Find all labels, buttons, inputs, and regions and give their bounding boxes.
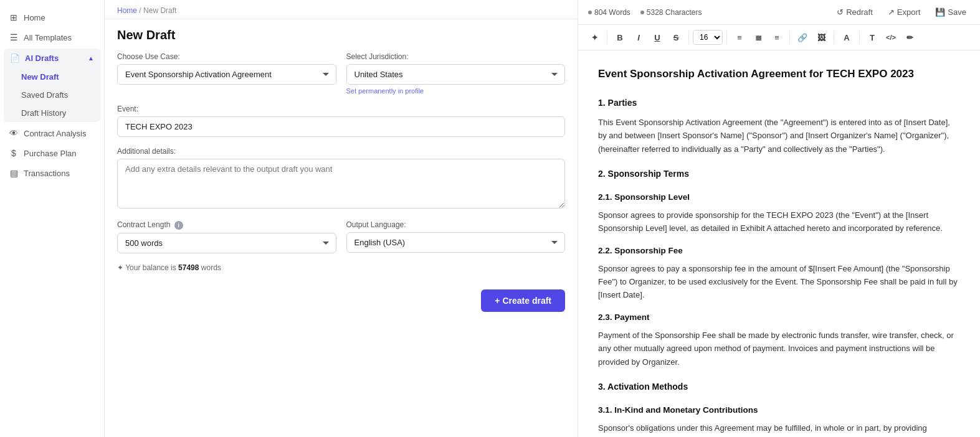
image-btn[interactable]: 🖼 [812, 29, 830, 46]
eye-icon: 👁 [9, 128, 19, 138]
additional-details-label: Additional details: [117, 147, 565, 156]
redraft-button[interactable]: ↺ Redraft [833, 5, 877, 19]
sidebar-ai-drafts-section: 📄 AI Drafts ▲ New Draft Saved Drafts Dra… [4, 49, 100, 122]
contract-length-label: Contract Length i [117, 220, 336, 230]
section-2-1-heading: 2.1. Sponsorship Level [598, 190, 960, 205]
length-language-row: Contract Length i 500 words Output Langu… [117, 220, 565, 253]
use-case-col: Choose Use Case: Event Sponsorship Activ… [117, 52, 336, 95]
sidebar-transactions-label: Transactions [24, 169, 70, 178]
use-case-jurisdiction-row: Choose Use Case: Event Sponsorship Activ… [117, 52, 565, 95]
output-language-select[interactable]: English (USA) [346, 232, 566, 253]
jurisdiction-col: Select Jurisdiction: United States Set p… [346, 52, 566, 95]
jurisdiction-select[interactable]: United States [346, 64, 566, 85]
form-area: Choose Use Case: Event Sponsorship Activ… [105, 52, 578, 324]
export-button[interactable]: ↗ Export [884, 5, 925, 19]
sidebar-item-new-draft[interactable]: New Draft [4, 68, 100, 86]
text-style-btn[interactable]: T [863, 29, 881, 46]
word-count-dot [588, 11, 592, 14]
sidebar: ⊞ Home ☰ All Templates 📄 AI Drafts ▲ New… [0, 0, 105, 437]
event-field-container: Event: [117, 105, 565, 137]
char-count-label: 5328 Characters [647, 8, 702, 17]
word-count-stat: 804 Words [588, 8, 630, 17]
dollar-icon: $ [9, 148, 19, 158]
section-1-heading: 1. Parties [598, 96, 960, 111]
toolbar-divider-3 [726, 31, 727, 44]
contract-length-select[interactable]: 500 words [117, 233, 336, 253]
font-size-select[interactable]: 16 12 14 18 24 [693, 30, 723, 45]
breadcrumb-home[interactable]: Home [117, 6, 137, 15]
link-btn[interactable]: 🔗 [794, 29, 811, 46]
section-2-1-para: Sponsor agrees to provide sponsorship fo… [598, 209, 960, 235]
sidebar-item-all-templates[interactable]: ☰ All Templates [0, 27, 104, 47]
code-btn[interactable]: </> [882, 29, 900, 46]
highlight-btn[interactable]: ✏ [901, 29, 918, 46]
toolbar-divider-5 [834, 31, 834, 44]
document-title: Event Sponsorship Activation Agreement f… [598, 65, 960, 83]
sidebar-home-label: Home [24, 13, 45, 22]
use-case-select[interactable]: Event Sponsorship Activation Agreement [117, 64, 336, 85]
balance-display: ✦ Your balance is 57498 words [117, 263, 565, 272]
sidebar-all-templates-label: All Templates [24, 33, 72, 42]
new-draft-label: New Draft [21, 72, 59, 82]
sidebar-purchase-plan-label: Purchase Plan [24, 149, 77, 158]
page-title: New Draft [105, 19, 578, 52]
output-language-col: Output Language: English (USA) [346, 220, 566, 253]
draft-history-label: Draft History [21, 108, 66, 118]
sidebar-item-transactions[interactable]: ▤ Transactions [0, 163, 104, 183]
chevron-up-icon: ▲ [88, 55, 94, 62]
save-icon: 💾 [935, 7, 945, 17]
section-2-2-heading: 2.2. Sponsorship Fee [598, 244, 960, 258]
left-panel: Home / New Draft New Draft Choose Use Ca… [105, 0, 578, 437]
magic-btn[interactable]: ✦ [586, 29, 603, 46]
underline-btn[interactable]: U [649, 29, 666, 46]
editor-actions: ↺ Redraft ↗ Export 💾 Save [833, 5, 970, 19]
char-count-stat: 5328 Characters [640, 8, 702, 17]
save-button[interactable]: 💾 Save [931, 5, 970, 19]
section-1-para: This Event Sponsorship Activation Agreem… [598, 116, 960, 156]
content-area: Home / New Draft New Draft Choose Use Ca… [105, 0, 980, 437]
editor-content[interactable]: Event Sponsorship Activation Agreement f… [578, 50, 980, 437]
align-btn[interactable]: ≡ [768, 29, 786, 46]
sidebar-ai-drafts-header[interactable]: 📄 AI Drafts ▲ [4, 49, 100, 68]
sidebar-item-home[interactable]: ⊞ Home [0, 7, 104, 27]
toolbar-divider-1 [607, 31, 607, 44]
transactions-icon: ▤ [9, 168, 19, 178]
sidebar-item-contract-analysis[interactable]: 👁 Contract Analysis [0, 123, 104, 143]
toolbar-divider-4 [789, 31, 790, 44]
sidebar-item-saved-drafts[interactable]: Saved Drafts [4, 86, 100, 104]
strikethrough-btn[interactable]: S [667, 29, 685, 46]
font-color-btn[interactable]: A [838, 29, 855, 46]
saved-drafts-label: Saved Drafts [21, 90, 68, 100]
italic-btn[interactable]: I [630, 29, 647, 46]
contract-length-col: Contract Length i 500 words [117, 220, 336, 253]
char-count-dot [640, 11, 644, 14]
export-icon: ↗ [888, 7, 895, 17]
editor-toolbar: ✦ B I U S 16 12 14 18 24 ≡ ≣ ≡ � [578, 25, 980, 50]
set-permanently-text[interactable]: Set permanently in profile [346, 87, 566, 95]
bullet-list-btn[interactable]: ≡ [731, 29, 748, 46]
main-content: Home / New Draft New Draft Choose Use Ca… [105, 0, 980, 437]
section-2-3-para: Payment of the Sponsorship Fee shall be … [598, 329, 960, 369]
additional-details-textarea[interactable] [117, 159, 565, 209]
right-panel: 804 Words 5328 Characters ↺ Redraft ↗ Ex… [578, 0, 980, 437]
section-2-2-para: Sponsor agrees to pay a sponsorship fee … [598, 262, 960, 302]
list-icon: ☰ [9, 32, 19, 42]
ordered-list-btn[interactable]: ≣ [749, 29, 767, 46]
create-draft-button[interactable]: + Create draft [481, 289, 565, 312]
section-3-1-heading: 3.1. In-Kind and Monetary Contributions [598, 403, 960, 418]
sidebar-item-draft-history[interactable]: Draft History [4, 104, 100, 122]
section-3-heading: 3. Activation Methods [598, 380, 960, 395]
info-icon: i [174, 221, 183, 230]
section-2-heading: 2. Sponsorship Terms [598, 167, 960, 182]
redraft-icon: ↺ [837, 7, 844, 17]
additional-details-container: Additional details: [117, 147, 565, 210]
editor-header: 804 Words 5328 Characters ↺ Redraft ↗ Ex… [578, 0, 980, 25]
event-label: Event: [117, 105, 565, 113]
event-input[interactable] [117, 116, 565, 137]
doc-stats: 804 Words 5328 Characters [588, 8, 702, 17]
sidebar-item-purchase-plan[interactable]: $ Purchase Plan [0, 143, 104, 163]
file-icon: 📄 [10, 54, 20, 63]
section-3-1-para: Sponsor's obligations under this Agreeme… [598, 421, 960, 437]
bold-btn[interactable]: B [611, 29, 629, 46]
toolbar-divider-2 [688, 31, 689, 44]
